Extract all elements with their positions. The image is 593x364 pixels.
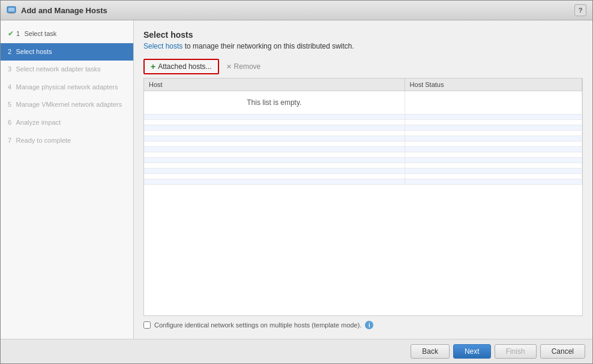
svg-rect-3 xyxy=(8,13,14,14)
remove-label: Remove xyxy=(234,62,261,71)
sidebar-item-analyze-impact: 6 Analyze impact xyxy=(1,114,133,132)
sidebar-item-manage-vmkernel: 5 Manage VMkernel network adapters xyxy=(1,96,133,114)
back-button[interactable]: Back xyxy=(411,344,450,359)
finish-button[interactable]: Finish xyxy=(495,344,537,359)
table-row xyxy=(144,169,582,174)
table-row xyxy=(144,120,582,125)
sidebar: ✔1 Select task 2 Select hosts 3 Select n… xyxy=(1,20,134,339)
table-row xyxy=(144,163,582,169)
main-panel: Select hosts Select hosts to manage thei… xyxy=(134,20,592,339)
sidebar-item-select-hosts[interactable]: 2 Select hosts xyxy=(1,43,133,61)
check-icon: ✔ xyxy=(8,29,14,38)
footer-area: Configure identical network settings on … xyxy=(143,321,583,329)
table-header: Host Host Status xyxy=(144,79,582,91)
table-row xyxy=(144,136,582,142)
col-host: Host xyxy=(144,79,405,91)
subtitle-highlight: Select hosts xyxy=(143,42,182,50)
table-row xyxy=(144,179,582,185)
sidebar-item-select-task[interactable]: ✔1 Select task xyxy=(1,25,133,43)
dialog-icon xyxy=(7,5,16,15)
dialog-title: Add and Manage Hosts xyxy=(21,6,107,15)
table-row xyxy=(144,115,582,120)
x-icon: ✕ xyxy=(226,63,232,71)
dialog-content: ✔1 Select task 2 Select hosts 3 Select n… xyxy=(1,20,592,339)
table-row xyxy=(144,131,582,136)
subtitle-rest: to manage their networking on this distr… xyxy=(182,42,354,50)
table-row xyxy=(144,125,582,131)
plus-icon: + xyxy=(151,62,155,71)
cancel-button[interactable]: Cancel xyxy=(540,344,585,359)
status-cell-0 xyxy=(405,91,582,114)
table-row: This list is empty. xyxy=(144,91,582,115)
sidebar-item-network-adapter-tasks: 3 Select network adapter tasks xyxy=(1,61,133,79)
sidebar-item-manage-physical: 4 Manage physical network adapters xyxy=(1,79,133,97)
col-status: Host Status xyxy=(405,79,582,91)
info-icon[interactable]: i xyxy=(365,321,373,329)
svg-rect-1 xyxy=(8,8,14,11)
table-row xyxy=(144,142,582,147)
template-mode-label: Configure identical network settings on … xyxy=(154,321,361,329)
table-row xyxy=(144,147,582,152)
table-row xyxy=(144,174,582,179)
page-title: Select hosts xyxy=(143,30,583,40)
table-row xyxy=(144,152,582,158)
table-body: This list is empty. xyxy=(144,91,582,314)
sidebar-item-ready-to-complete: 7 Ready to complete xyxy=(1,132,133,150)
title-bar: Add and Manage Hosts ? xyxy=(1,1,592,20)
table-toolbar: + Attached hosts... ✕ Remove xyxy=(143,59,583,74)
attached-hosts-label: Attached hosts... xyxy=(158,62,211,71)
empty-message-cell: This list is empty. xyxy=(144,91,405,114)
attached-hosts-button[interactable]: + Attached hosts... xyxy=(143,59,219,74)
table-row xyxy=(144,158,582,163)
hosts-table: Host Host Status This list is empty. xyxy=(143,78,583,316)
help-button[interactable]: ? xyxy=(574,4,586,16)
next-button[interactable]: Next xyxy=(453,344,491,359)
template-mode-checkbox[interactable] xyxy=(143,321,151,329)
add-manage-hosts-dialog: Add and Manage Hosts ? ✔1 Select task 2 … xyxy=(0,0,593,364)
empty-message: This list is empty. xyxy=(149,94,400,112)
page-subtitle: Select hosts to manage their networking … xyxy=(143,42,583,50)
remove-button[interactable]: ✕ Remove xyxy=(223,61,265,73)
title-bar-left: Add and Manage Hosts xyxy=(7,5,107,15)
bottom-bar: Back Next Finish Cancel xyxy=(1,339,592,363)
